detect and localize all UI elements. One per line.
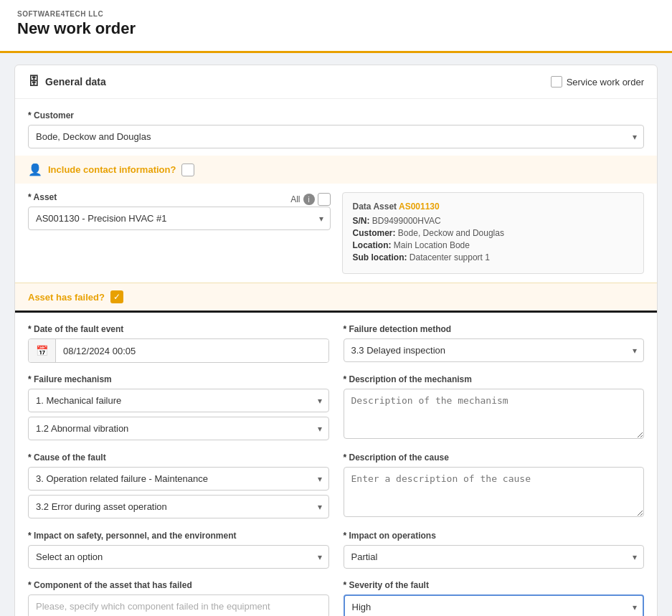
service-work-order-wrapper: Service work order	[551, 76, 644, 87]
asset-select-wrapper: AS001130 - Precision HVAC #1	[28, 207, 331, 230]
severity-select-wrapper: High	[344, 594, 645, 616]
operations-field-group: Impact on operations Partial	[344, 531, 645, 569]
safety-label: Impact on safety, personnel, and the env…	[28, 531, 329, 541]
card-header: 🗄 General data Service work order	[15, 65, 657, 99]
component-input[interactable]	[28, 594, 329, 616]
asset-failed-label: Asset has failed?	[28, 292, 105, 303]
safety-field-group: Impact on safety, personnel, and the env…	[28, 531, 329, 569]
operations-label: Impact on operations	[344, 531, 645, 541]
all-badge: All i	[290, 193, 330, 206]
customer-select-wrapper: Bode, Deckow and Douglas	[28, 125, 644, 148]
data-asset-location: Location: Main Location Bode	[353, 240, 634, 250]
mechanism-select2[interactable]: 1.2 Abnormal vibration	[28, 417, 329, 440]
mechanism-label: Failure mechanism	[28, 374, 329, 384]
customer-select[interactable]: Bode, Deckow and Douglas	[28, 125, 644, 148]
page-title: New work order	[17, 19, 655, 38]
service-work-order-label: Service work order	[567, 77, 644, 87]
person-icon: 👤	[28, 163, 42, 176]
data-asset-link[interactable]: AS001130	[399, 202, 440, 212]
mechanism-selects: 1. Mechanical failure 1.2 Abnormal vibra…	[28, 389, 329, 440]
asset-label: Asset	[28, 192, 57, 202]
cause-select1-wrapper: 3. Operation related failure - Maintenan…	[28, 467, 329, 491]
mechanism-select1-wrapper: 1. Mechanical failure	[28, 389, 329, 412]
asset-field-group: Asset All i AS001130 - Precision HVAC #1	[28, 192, 331, 274]
data-asset-sublocation: Sub location: Datacenter support 1	[353, 252, 634, 262]
contact-toggle[interactable]	[181, 164, 194, 176]
calendar-icon[interactable]: 📅	[29, 339, 56, 362]
severity-label: Severity of the fault	[344, 580, 645, 590]
page-header: SOFTWARE4TECH LLC New work order	[0, 0, 672, 53]
operations-select[interactable]: Partial	[344, 545, 645, 569]
desc-mechanism-field-group: Description of the mechanism	[344, 374, 645, 441]
asset-failed-checkbox[interactable]: ✓	[110, 290, 123, 303]
cause-label: Cause of the fault	[28, 452, 329, 463]
date-field-group: Date of the fault event 📅	[28, 324, 329, 363]
desc-cause-field-group: Description of the cause	[344, 452, 645, 519]
cause-select2[interactable]: 3.2 Error during asset operation	[28, 495, 329, 518]
date-label: Date of the fault event	[28, 324, 329, 334]
general-data-card: 🗄 General data Service work order Custom…	[14, 65, 658, 616]
data-asset-title: Data Asset AS001130	[353, 202, 634, 212]
detection-field-group: Failure detection method 3.3 Delayed ins…	[344, 324, 645, 363]
main-content: 🗄 General data Service work order Custom…	[0, 53, 672, 616]
operations-select-wrapper: Partial	[344, 545, 645, 569]
date-input[interactable]	[56, 340, 328, 362]
mechanism-field-group: Failure mechanism 1. Mechanical failure …	[28, 374, 329, 441]
cause-field-group: Cause of the fault 3. Operation related …	[28, 452, 329, 519]
customer-label: Customer	[28, 110, 644, 120]
asset-select[interactable]: AS001130 - Precision HVAC #1	[28, 207, 331, 230]
all-toggle[interactable]	[318, 193, 331, 206]
severity-select[interactable]: High	[344, 594, 645, 616]
mechanism-select2-wrapper: 1.2 Abnormal vibration	[28, 417, 329, 440]
data-asset-sn: S/N: BD9499000HVAC	[353, 216, 634, 226]
detection-select[interactable]: 3.3 Delayed inspection	[344, 338, 645, 362]
desc-mechanism-label: Description of the mechanism	[344, 374, 645, 384]
desc-cause-label: Description of the cause	[344, 452, 645, 463]
fault-section: Date of the fault event 📅 Failure detect…	[15, 313, 657, 616]
service-work-order-checkbox[interactable]	[551, 76, 562, 87]
safety-select-wrapper: Select an option	[28, 545, 329, 569]
desc-cause-textarea[interactable]	[344, 467, 645, 517]
cause-select2-wrapper: 3.2 Error during asset operation	[28, 495, 329, 518]
date-input-wrapper: 📅	[28, 338, 329, 363]
component-field-group: Component of the asset that has failed	[28, 580, 329, 616]
card-header-left: 🗄 General data	[28, 75, 106, 88]
data-asset-customer: Customer: Bode, Deckow and Douglas	[353, 228, 634, 238]
component-label: Component of the asset that has failed	[28, 580, 329, 590]
contact-section: 👤 Include contact information?	[15, 156, 657, 184]
asset-section: Asset All i AS001130 - Precision HVAC #1	[15, 184, 657, 283]
customer-section: Customer Bode, Deckow and Douglas	[15, 99, 657, 156]
detection-select-wrapper: 3.3 Delayed inspection	[344, 338, 645, 362]
detection-label: Failure detection method	[344, 324, 645, 334]
fault-grid: Date of the fault event 📅 Failure detect…	[28, 324, 644, 616]
asset-label-row: Asset All i	[28, 192, 331, 207]
data-asset-card: Data Asset AS001130 S/N: BD9499000HVAC C…	[342, 192, 645, 274]
cause-select1[interactable]: 3. Operation related failure - Maintenan…	[28, 467, 329, 491]
desc-mechanism-textarea[interactable]	[344, 389, 645, 439]
safety-select[interactable]: Select an option	[28, 545, 329, 569]
all-text: All	[290, 194, 300, 204]
mechanism-select1[interactable]: 1. Mechanical failure	[28, 389, 329, 412]
company-name: SOFTWARE4TECH LLC	[17, 10, 655, 18]
contact-label: Include contact information?	[48, 164, 176, 175]
general-data-title: General data	[45, 76, 106, 87]
cause-selects: 3. Operation related failure - Maintenan…	[28, 467, 329, 518]
database-icon: 🗄	[28, 75, 39, 88]
info-icon[interactable]: i	[303, 194, 315, 205]
severity-field-group: Severity of the fault High	[344, 580, 645, 616]
asset-failed-section: Asset has failed? ✓	[15, 283, 657, 313]
